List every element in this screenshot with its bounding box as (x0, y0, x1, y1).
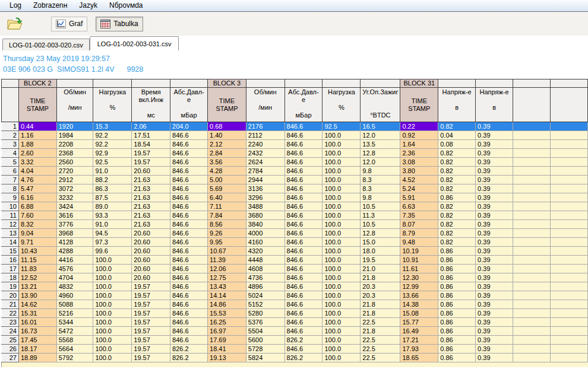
table-cell[interactable]: 3680 (246, 211, 284, 220)
table-cell[interactable]: 0.39 (476, 256, 513, 265)
row-number[interactable]: 13 (2, 229, 19, 238)
table-cell[interactable]: 846.6 (284, 282, 323, 291)
table-cell[interactable] (551, 256, 588, 265)
table-cell[interactable]: 846.6 (170, 202, 208, 211)
table-cell[interactable]: 19.57 (132, 300, 170, 309)
table-cell[interactable]: 10.43 (18, 247, 56, 256)
table-cell[interactable]: 91.0 (93, 167, 132, 176)
table-cell[interactable]: 846.6 (170, 291, 208, 300)
table-cell[interactable]: 92.5 (323, 122, 361, 131)
table-cell[interactable] (513, 273, 550, 282)
table-cell[interactable]: 826.2 (170, 354, 208, 362)
table-cell[interactable]: 0.82 (438, 122, 476, 131)
table-cell[interactable]: 846.6 (284, 265, 323, 273)
table-cell[interactable]: 2432 (246, 149, 284, 158)
table-cell[interactable]: 4896 (246, 282, 284, 291)
table-cell[interactable]: 0.86 (438, 327, 476, 336)
table-cell[interactable]: 0.82 (438, 229, 476, 238)
table-cell[interactable]: 5664 (56, 345, 93, 354)
table-cell[interactable]: 0.39 (476, 202, 513, 211)
table-cell[interactable]: 100.0 (323, 282, 361, 291)
table-cell[interactable]: 12.0 (361, 158, 400, 167)
table-cell[interactable]: 0.39 (476, 176, 513, 184)
table-cell[interactable]: 3.80 (400, 167, 438, 176)
table-cell[interactable]: 7.35 (400, 211, 438, 220)
table-cell[interactable]: 846.6 (284, 318, 323, 327)
table-cell[interactable]: 16.49 (400, 327, 438, 336)
table-cell[interactable] (513, 354, 550, 362)
table-cell[interactable]: 21.63 (132, 202, 170, 211)
table-cell[interactable]: 0.39 (476, 131, 513, 140)
table-cell[interactable]: 846.6 (284, 291, 323, 300)
table-cell[interactable]: 846.6 (284, 273, 323, 282)
table-cell[interactable]: 2720 (56, 167, 93, 176)
table-cell[interactable]: 20.60 (132, 247, 170, 256)
row-number[interactable]: 17 (2, 265, 19, 273)
table-cell[interactable]: 100.0 (323, 176, 361, 184)
table-cell[interactable]: 88.2 (93, 176, 132, 184)
table-cell[interactable]: 0.39 (476, 149, 513, 158)
table-cell[interactable] (551, 300, 588, 309)
table-cell[interactable] (551, 318, 588, 327)
table-cell[interactable]: 2944 (246, 176, 284, 184)
table-cell[interactable]: 846.6 (170, 158, 208, 167)
table-cell[interactable] (551, 247, 588, 256)
table-cell[interactable] (513, 247, 550, 256)
table-cell[interactable]: 0.86 (438, 300, 476, 309)
table-cell[interactable]: 846.6 (170, 336, 208, 345)
table-cell[interactable]: 100.0 (323, 354, 361, 362)
table-cell[interactable]: 846.6 (284, 184, 323, 193)
row-number[interactable]: 8 (2, 184, 19, 193)
menu-item-jazyk[interactable]: Jazyk (73, 0, 103, 11)
table-cell[interactable] (513, 211, 550, 220)
table-cell[interactable]: 21.63 (132, 211, 170, 220)
table-cell[interactable]: 17.69 (208, 336, 246, 345)
table-cell[interactable]: 846.6 (170, 176, 208, 184)
table-cell[interactable] (513, 309, 550, 318)
table-cell[interactable]: 1.64 (400, 140, 438, 149)
table-cell[interactable]: 0.39 (476, 273, 513, 282)
table-cell[interactable]: 100.0 (323, 158, 361, 167)
table-cell[interactable]: 0.39 (476, 300, 513, 309)
menu-item-napoveda[interactable]: Nбpovмda (103, 0, 148, 11)
table-cell[interactable]: 15.31 (18, 309, 56, 318)
table-cell[interactable] (551, 336, 588, 345)
table-cell[interactable]: 3.08 (400, 158, 438, 167)
table-cell[interactable]: 826.2 (284, 354, 323, 362)
table-cell[interactable]: 12.75 (208, 273, 246, 282)
table-cell[interactable]: 5824 (246, 354, 284, 362)
table-cell[interactable]: 5504 (246, 327, 284, 336)
table-cell[interactable]: 0.04 (438, 131, 476, 140)
table-cell[interactable] (513, 345, 550, 354)
row-number[interactable]: 18 (2, 273, 19, 282)
table-cell[interactable]: 20.60 (132, 238, 170, 247)
table-cell[interactable]: 10.19 (400, 247, 438, 256)
table-cell[interactable]: 5.91 (400, 193, 438, 202)
table-cell[interactable]: 21.8 (361, 300, 400, 309)
table-cell[interactable]: 100.0 (323, 291, 361, 300)
table-cell[interactable]: 16.25 (208, 318, 246, 327)
table-cell[interactable]: 10.5 (361, 220, 400, 229)
table-cell[interactable]: 0.22 (400, 122, 438, 131)
table-cell[interactable]: 18.41 (208, 345, 246, 354)
table-cell[interactable] (513, 158, 550, 167)
tab-log-020[interactable]: LOG-01-002-003-020.csv (2, 39, 90, 50)
table-cell[interactable]: 846.6 (284, 202, 323, 211)
table-cell[interactable]: 0.39 (476, 122, 513, 131)
table-cell[interactable]: 100.0 (93, 273, 132, 282)
table-cell[interactable]: 15.3 (93, 122, 132, 131)
table-cell[interactable]: 0.39 (476, 167, 513, 176)
table-cell[interactable]: 21.0 (361, 265, 400, 273)
table-cell[interactable]: 846.6 (170, 318, 208, 327)
row-number[interactable]: 19 (2, 282, 19, 291)
row-number[interactable]: 4 (2, 149, 19, 158)
table-cell[interactable]: 5.24 (400, 184, 438, 193)
table-cell[interactable]: 14.62 (18, 300, 56, 309)
row-number[interactable]: 23 (2, 318, 19, 327)
table-cell[interactable]: 4.76 (18, 176, 56, 184)
table-cell[interactable]: 16.01 (18, 318, 56, 327)
table-cell[interactable] (513, 318, 550, 327)
table-cell[interactable]: 846.6 (284, 247, 323, 256)
table-cell[interactable]: 100.0 (323, 327, 361, 336)
table-cell[interactable]: 5600 (246, 336, 284, 345)
